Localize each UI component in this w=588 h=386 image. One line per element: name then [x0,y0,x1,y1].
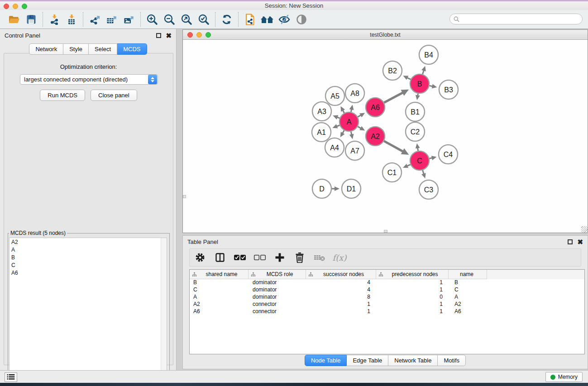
table-cell[interactable]: 0 [376,294,449,301]
table-cell[interactable]: A2 [449,301,487,308]
close-panel-button[interactable]: Close panel [91,90,137,101]
tab-network[interactable]: Network [29,43,63,55]
table-cell[interactable]: C [449,286,487,294]
network-graph[interactable]: B4B2BB3A5A8A6A3B1AA1C2A2A4A7C4CC1DD1C3 [183,40,588,233]
zoom-window-button[interactable] [22,4,27,9]
tab-motifs[interactable]: Motifs [438,355,466,366]
result-scrollbar[interactable] [161,238,167,381]
unselect-all-icon[interactable] [253,251,267,264]
table-cell[interactable]: 1 [376,301,449,308]
zoom-network-button[interactable] [206,32,211,38]
table-cell[interactable]: A [190,294,249,301]
split-panel-icon[interactable] [213,251,227,264]
edge-A2-C[interactable] [384,141,403,152]
table-row[interactable]: Bdominator41B [190,279,584,286]
network-canvas[interactable]: B4B2BB3A5A8A6A3B1AA1C2A2A4A7C4CC1DD1C3 [183,40,588,233]
zoom-in-icon[interactable] [143,12,161,27]
edge-A6-B[interactable] [384,92,403,102]
result-item[interactable]: B [10,253,167,261]
table-cell[interactable]: 1 [376,286,449,294]
column-header-MCDS-role[interactable]: MCDS role [249,270,306,279]
close-table-panel-icon[interactable]: ✖ [577,239,583,244]
tab-style[interactable]: Style [63,43,89,55]
tab-edge-table[interactable]: Edge Table [347,355,388,366]
minimize-network-button[interactable] [196,32,202,38]
search-input[interactable] [459,14,582,24]
close-window-button[interactable] [4,4,9,9]
float-table-panel-icon[interactable] [568,239,573,244]
float-panel-icon[interactable] [156,33,161,38]
export-table-icon[interactable] [103,12,120,27]
close-panel-icon[interactable]: ✖ [166,33,172,38]
table-cell[interactable]: 1 [376,279,449,286]
import-table-icon[interactable] [63,12,80,27]
table-cell[interactable]: connector [249,308,306,315]
result-item[interactable]: A [10,246,167,253]
table-cell[interactable]: 8 [306,294,376,301]
import-network-icon[interactable] [46,12,63,27]
task-history-button[interactable] [5,372,17,382]
result-item[interactable]: A6 [10,269,167,276]
tab-network-table[interactable]: Network Table [388,355,438,366]
zoom-out-icon[interactable] [161,12,178,27]
close-network-button[interactable] [187,32,193,38]
tab-select[interactable]: Select [89,43,117,55]
add-column-icon[interactable] [273,251,287,264]
table-cell[interactable]: dominator [249,286,306,294]
tab-mcds[interactable]: MCDS [117,43,147,55]
result-item[interactable]: C [10,261,167,269]
table-row[interactable]: A6connector11A6 [190,308,584,315]
select-all-icon[interactable] [233,251,247,264]
table-cell[interactable]: 4 [306,279,376,286]
table-cell[interactable]: A6 [449,308,487,315]
horizontal-scroll-thumb[interactable] [384,230,387,233]
export-network-icon[interactable] [86,12,103,27]
vertical-scroll-thumb[interactable] [183,195,186,198]
refresh-layout-icon[interactable] [218,12,235,27]
criterion-dropdown[interactable]: largest connected component (directed) [20,74,158,85]
search-box[interactable] [449,14,583,24]
save-session-icon[interactable] [23,12,40,27]
table-cell[interactable]: dominator [249,279,306,286]
show-graphics-details-icon[interactable] [293,12,310,27]
memory-button[interactable]: Memory [545,372,583,382]
zoom-selected-icon[interactable] [195,12,212,27]
table-row[interactable]: Adominator80A [190,294,584,301]
run-mcds-button[interactable]: Run MCDS [40,90,85,101]
column-header-name[interactable]: name [449,270,487,279]
minimize-window-button[interactable] [13,4,18,9]
window-resize-grip[interactable] [581,226,588,233]
table-cell[interactable]: A6 [190,308,249,315]
table-cell[interactable]: 4 [306,286,376,294]
export-image-icon[interactable] [120,12,138,27]
table-row[interactable]: Cdominator41C [190,286,584,294]
column-header-successor-nodes[interactable]: successor nodes [306,270,376,279]
table-cell[interactable]: 1 [306,301,376,308]
table-cell[interactable]: dominator [249,294,306,301]
function-builder-icon[interactable]: f(x) [333,251,346,264]
delete-table-icon[interactable] [313,251,326,264]
mcds-tab-page: Optimization criterion: largest connecte… [4,53,173,365]
table-options-icon[interactable] [193,251,207,264]
table-cell[interactable]: B [449,279,487,286]
result-item[interactable]: A2 [10,238,167,246]
node-table[interactable]: shared nameMCDS rolesuccessor nodesprede… [189,269,585,354]
tab-node-table[interactable]: Node Table [305,355,347,366]
node-label-A: A [347,118,352,126]
table-row[interactable]: A2connector11A2 [190,301,584,308]
table-cell[interactable]: 1 [306,308,376,315]
home-icon[interactable] [258,12,276,27]
table-cell[interactable]: C [190,286,249,294]
column-header-shared-name[interactable]: shared name [190,270,249,279]
table-cell[interactable]: connector [249,301,306,308]
network-from-document-icon[interactable] [241,12,258,27]
zoom-fit-icon[interactable] [178,12,195,27]
table-cell[interactable]: A2 [190,301,249,308]
table-cell[interactable]: 1 [376,308,449,315]
hide-graphics-details-icon[interactable] [276,12,293,27]
open-file-icon[interactable] [5,12,23,27]
column-header-predecessor-nodes[interactable]: predecessor nodes [376,270,449,279]
table-cell[interactable]: A [449,294,487,301]
table-cell[interactable]: B [190,279,249,286]
delete-columns-icon[interactable] [293,251,306,264]
